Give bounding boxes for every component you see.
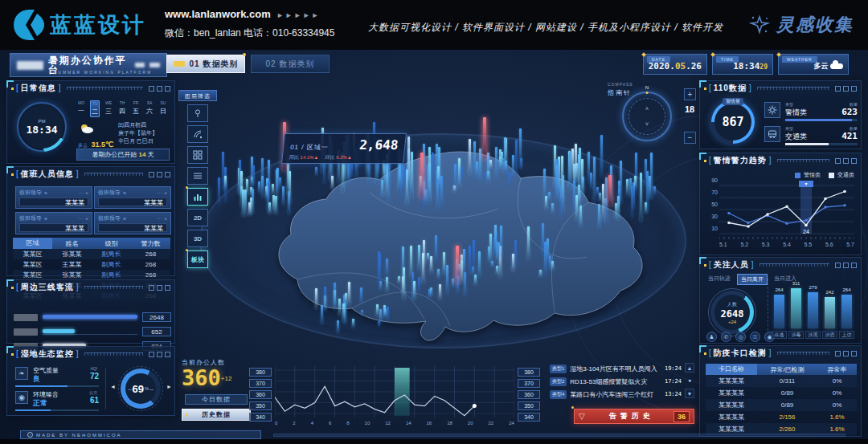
col-header[interactable]: 卡口名称 [706, 364, 757, 375]
x-tick-label: 2 [293, 421, 295, 426]
alert-text: 湿地3-104片区有不明人员闯入 [570, 365, 661, 373]
window-controls[interactable] [835, 263, 857, 268]
lock-icon[interactable]: ⚿ [750, 332, 760, 342]
decor-block [135, 63, 145, 67]
col-header[interactable]: 异常/已检测 [757, 365, 817, 374]
target-icon[interactable]: ◎ [735, 332, 746, 342]
map-data-bar [430, 287, 432, 296]
alert-row[interactable]: 类型1湿地3-104片区有不明人员闯入19:24 [550, 363, 682, 374]
map-data-bar [555, 165, 558, 197]
week-strip: MO一TU二WE三TH四FR五SA六SU日 [76, 100, 168, 117]
map-data-bar [604, 198, 607, 210]
panel-title: 周边三线客流 [21, 282, 74, 293]
duty-leader-name: 某某某 [98, 198, 167, 206]
map-data-bar [248, 202, 251, 216]
chart-layer-button[interactable] [187, 188, 208, 206]
map-data-bar [548, 192, 551, 201]
alerts-scroll-down-button[interactable]: ▼ [685, 389, 694, 398]
grid-layer-button[interactable] [187, 146, 208, 164]
map-data-bar [653, 186, 656, 195]
tab-data-category-1[interactable]: 01 数据类别 [166, 55, 245, 73]
alert-row[interactable]: 类型2RD13-53烟感报警疑似火灾17:24 [550, 376, 682, 387]
x-tick-label: 5.6 [825, 242, 833, 247]
weekday-WE: WE三 [104, 100, 113, 117]
map-data-bar [519, 128, 522, 168]
x-tick-label: 5.1 [719, 242, 727, 247]
alerts-scroll-up-button[interactable]: ▲ [685, 363, 694, 373]
compass-ring[interactable]: N ˄ ˅ [622, 92, 672, 141]
x-tick-label: 10 [365, 421, 371, 426]
y-tick-label: 50 [706, 202, 718, 207]
duty-leader-card: 值班领导»··· ×某某某 [15, 186, 92, 209]
map-data-bar [593, 157, 596, 202]
map-data-bar [479, 149, 481, 181]
map-data-bar [598, 204, 600, 229]
signal-layer-button[interactable] [187, 125, 208, 143]
cell: 某某区 [13, 271, 52, 279]
flow-bar-row: 652 [14, 327, 171, 336]
layer-button-板块[interactable]: 板块 [187, 251, 208, 268]
panel-title: 防疫卡口检测 [714, 348, 767, 359]
alert-history-bar[interactable]: ▽ 告警历史 36 [574, 409, 694, 424]
sun-cloud-icon [78, 123, 94, 134]
map-data-bar [495, 147, 497, 180]
map-data-bar [645, 202, 647, 214]
window-controls[interactable] [835, 86, 857, 92]
cell: 副局长 [92, 260, 131, 269]
map-data-bar [484, 173, 486, 181]
alert-type-tag: 类型1 [550, 365, 567, 373]
pin-layer-button[interactable] [187, 104, 208, 122]
layer-button-2D[interactable]: 2D [187, 209, 208, 226]
focus-tab[interactable]: 当日离开 [737, 274, 768, 285]
col-header[interactable]: 异常率 [817, 365, 857, 374]
bus-icon [764, 126, 780, 142]
window-controls[interactable] [149, 285, 170, 291]
x-tick-label: 18 [447, 421, 452, 426]
phone-icon[interactable]: ✆ [721, 332, 731, 342]
layer-button-3D[interactable]: 3D [187, 230, 208, 247]
arrow-left-icon[interactable]: ◄ [110, 384, 116, 389]
history-data-button[interactable]: 历史数据 [182, 409, 251, 421]
col-header[interactable]: 姓名 [52, 239, 92, 248]
map-data-bar [527, 226, 530, 259]
y-tick-label: 380 [249, 368, 272, 377]
map-data-bar [242, 189, 244, 217]
y-tick-label: 90 [706, 177, 718, 183]
col-header[interactable]: 区域 [13, 238, 52, 249]
table-header: 区域姓名级别警力数 [13, 238, 170, 249]
col-header[interactable]: 警力数 [131, 239, 170, 248]
map-data-bar [337, 320, 339, 333]
map-data-bar [474, 275, 477, 285]
window-controls[interactable] [149, 172, 170, 177]
focus-bar [791, 288, 801, 328]
focus-icon-row: ♟✆◎⚿◉ [706, 332, 775, 342]
panel-daily-info: [日常信息] PM 18:34 MO一TU二WE三TH四FR五SA六SU日 多云… [6, 80, 175, 164]
tab-icon [174, 61, 185, 67]
window-controls[interactable] [149, 352, 170, 357]
chevron-down-icon: ˅ [645, 121, 649, 127]
window-controls[interactable] [149, 86, 170, 92]
col-header[interactable]: 级别 [92, 239, 131, 248]
alert-row[interactable]: 类型4某路口有小汽车连闯三个红灯13:24 [550, 389, 682, 400]
arrow-right-icon[interactable]: ► [166, 384, 172, 389]
brand-right-text: 灵感收集 [776, 13, 854, 37]
divider [105, 368, 106, 409]
today-data-button[interactable]: 今日数据 [185, 394, 248, 405]
person-icon[interactable]: ♟ [706, 332, 717, 342]
trend-xaxis: 5.15.25.35.45.55.65.7 [719, 242, 854, 247]
gear-icon [764, 102, 780, 118]
map-data-bar [411, 152, 413, 198]
office-line-chart [275, 366, 514, 418]
focus-tab[interactable]: 当日轨迹 [705, 274, 734, 285]
zoom-out-button[interactable]: − [684, 132, 696, 144]
map-data-bar [428, 147, 431, 200]
zoom-level-value: 18 [683, 104, 696, 114]
window-controls[interactable] [835, 351, 857, 356]
zoom-in-button[interactable]: + [684, 88, 696, 100]
layers-layer-button[interactable] [187, 167, 208, 185]
x-tick-label: 24 [509, 421, 514, 426]
window-controls[interactable] [835, 158, 857, 164]
panel-eco-monitor: [湿地生态监控] ❧ 空气质量 良 AQI 72 ◉ 环境噪音 正常 分贝 61 [6, 346, 175, 416]
map-data-bar [381, 180, 383, 198]
tab-data-category-2[interactable]: 02 数据类别 [251, 55, 330, 73]
